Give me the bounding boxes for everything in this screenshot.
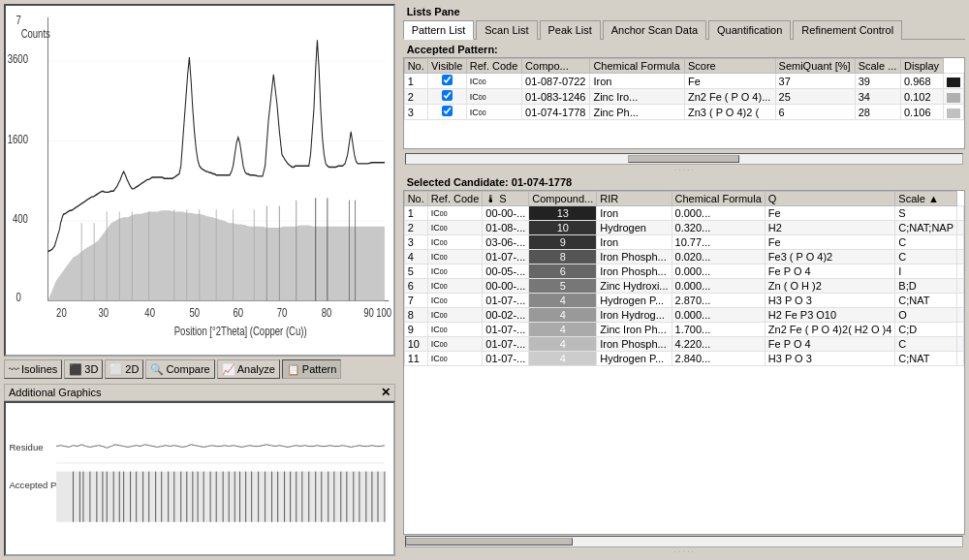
candidate-table-scrollbar[interactable] [403, 535, 965, 548]
svg-text:100: 100 [376, 306, 391, 320]
row-visible[interactable] [428, 89, 467, 105]
separator-dots-2: · · · · · [403, 548, 965, 556]
2d-button[interactable]: ⬜ 2D [105, 359, 143, 379]
cand-row-q: I [895, 264, 957, 279]
row-ref-code: 01-074-1778 [522, 105, 590, 120]
cand-row-formula: Zn ( O H )2 [765, 279, 895, 294]
candidate-table-row[interactable]: 9 IC00 01-07-... 4 Zinc Iron Ph... 1.700… [404, 323, 963, 337]
accepted-pattern-table[interactable]: No. Visible Ref. Code Compo... Chemical … [403, 57, 965, 149]
candidate-table-row[interactable]: 11 IC00 01-07-... 4 Hydrogen P... 2.840.… [404, 352, 963, 366]
candidate-table-row[interactable]: 2 IC00 01-08-... 10 Hydrogen 0.320... H2… [404, 221, 963, 235]
tab-quantification[interactable]: Quantification [708, 20, 791, 40]
cand-row-compound: Iron Phosph... [597, 250, 672, 264]
left-panel: 7 Counts 3600 1600 400 0 20 30 40 50 60 [0, 0, 399, 560]
cand-col-formula: Chemical Formula [672, 192, 765, 206]
accepted-pattern-section: Accepted Pattern: No. Visible Ref. Code … [403, 42, 965, 149]
tab-anchor-scan-data[interactable]: Anchor Scan Data [603, 20, 706, 40]
tab-scan-list[interactable]: Scan List [476, 20, 537, 40]
isolines-button[interactable]: 〰 Isolines [4, 359, 62, 379]
cand-row-icon: IC00 [427, 235, 483, 250]
tab-pattern-list[interactable]: Pattern List [403, 20, 475, 40]
cand-row-icon: IC00 [427, 206, 483, 221]
cand-row-no: 3 [404, 235, 427, 250]
accepted-table-row[interactable]: 3 IC00 01-074-1778 Zinc Ph... Zn3 ( P O … [404, 105, 963, 120]
cand-col-temp: 🌡 S [483, 192, 529, 206]
chart-count-label: 7 [16, 13, 20, 26]
row-formula: Zn3 ( P O 4)2 ( [684, 105, 775, 120]
additional-graphics-title: Additional Graphics [9, 387, 101, 398]
cand-row-no: 4 [404, 250, 427, 264]
cand-row-compound: Hydrogen [597, 221, 672, 235]
svg-text:40: 40 [144, 306, 155, 320]
compare-button[interactable]: 🔍 Compare [145, 359, 214, 379]
cand-row-icon: IC00 [427, 337, 483, 352]
cand-row-ref-code: 01-07-... [483, 250, 529, 264]
row-no: 3 [404, 105, 427, 120]
col-ref-code: Ref. Code [466, 59, 521, 74]
col-score: Score [684, 59, 775, 74]
candidate-table-row[interactable]: 8 IC00 00-02-... 4 Iron Hydrog... 0.000.… [404, 308, 963, 323]
accepted-table-row[interactable]: 2 IC00 01-083-1246 Zinc Iro... Zn2 Fe ( … [404, 89, 963, 105]
2d-icon: ⬜ [109, 363, 123, 376]
cand-row-rir: 2.840... [672, 352, 765, 366]
candidate-table-row[interactable]: 10 IC00 01-07-... 4 Iron Phosph... 4.220… [404, 337, 963, 352]
cand-row-temp: 8 [529, 250, 597, 264]
row-score: 6 [775, 105, 855, 120]
cand-col-no: No. [404, 192, 427, 206]
candidate-table-row[interactable]: 7 IC00 01-07-... 4 Hydrogen P... 2.870..… [404, 294, 963, 308]
svg-text:0: 0 [16, 290, 20, 303]
svg-text:90: 90 [363, 306, 374, 320]
cand-row-scale [957, 235, 964, 250]
candidate-table[interactable]: No. Ref. Code 🌡 S Compound... RIR Chemic… [403, 190, 965, 535]
row-compound: Zinc Ph... [590, 105, 685, 120]
candidate-table-row[interactable]: 6 IC00 00-00-... 5 Zinc Hydroxi... 0.000… [404, 279, 963, 294]
svg-text:20: 20 [56, 306, 67, 320]
row-ref-code: 01-087-0722 [522, 74, 590, 89]
cand-row-q: S [895, 206, 957, 221]
cand-row-no: 9 [404, 323, 427, 337]
cand-row-temp: 4 [529, 308, 597, 323]
cand-row-rir: 0.000... [672, 308, 765, 323]
accepted-table-scrollbar[interactable] [403, 151, 965, 167]
cand-row-icon: IC00 [427, 294, 483, 308]
separator-dots-1: · · · · · [403, 167, 965, 174]
cand-row-temp: 10 [529, 221, 597, 235]
accepted-table-row[interactable]: 1 IC00 01-087-0722 Iron Fe 37 39 0.968 [404, 74, 963, 89]
row-visible[interactable] [428, 74, 467, 89]
cand-col-scale: Scale ▲ [895, 192, 957, 206]
row-no: 1 [404, 74, 427, 89]
row-formula: Fe [684, 74, 775, 89]
cand-row-scale [957, 250, 964, 264]
3d-button[interactable]: ⬛ 3D [64, 359, 103, 379]
cand-row-compound: Iron Phosph... [597, 337, 672, 352]
close-additional-button[interactable]: ✕ [381, 386, 391, 399]
col-compound: Compo... [522, 59, 590, 74]
col-no: No. [404, 59, 427, 74]
cand-row-formula: Fe P O 4 [765, 337, 895, 352]
tab-peak-list[interactable]: Peak List [540, 20, 601, 40]
row-visible[interactable] [428, 105, 467, 120]
cand-row-icon: IC00 [427, 264, 483, 279]
svg-rect-0 [6, 6, 393, 355]
cand-row-q: O [895, 308, 957, 323]
tab-refinement-control[interactable]: Refinement Control [793, 20, 902, 40]
cand-row-compound: Iron Phosph... [597, 264, 672, 279]
row-color [943, 74, 963, 89]
pattern-button[interactable]: 📋 Pattern [282, 359, 341, 379]
col-visible: Visible [428, 59, 467, 74]
candidate-table-row[interactable]: 3 IC00 03-06-... 9 Iron 10.77... Fe C [404, 235, 963, 250]
cand-row-no: 8 [404, 308, 427, 323]
cand-row-icon: IC00 [427, 323, 483, 337]
row-color [943, 89, 963, 105]
candidate-table-row[interactable]: 4 IC00 01-07-... 8 Iron Phosph... 0.020.… [404, 250, 963, 264]
analyze-button[interactable]: 📈 Analyze [217, 359, 280, 379]
cand-row-scale [957, 279, 964, 294]
cand-row-ref-code: 01-08-... [483, 221, 529, 235]
candidate-table-row[interactable]: 1 IC00 00-00-... 13 Iron 0.000... Fe S [404, 206, 963, 221]
cand-row-temp: 4 [529, 352, 597, 366]
candidate-table-row[interactable]: 5 IC00 00-05-... 6 Iron Phosph... 0.000.… [404, 264, 963, 279]
row-compound: Iron [590, 74, 685, 89]
cand-row-ref-code: 00-02-... [483, 308, 529, 323]
cand-row-no: 5 [404, 264, 427, 279]
cand-row-rir: 4.220... [672, 337, 765, 352]
